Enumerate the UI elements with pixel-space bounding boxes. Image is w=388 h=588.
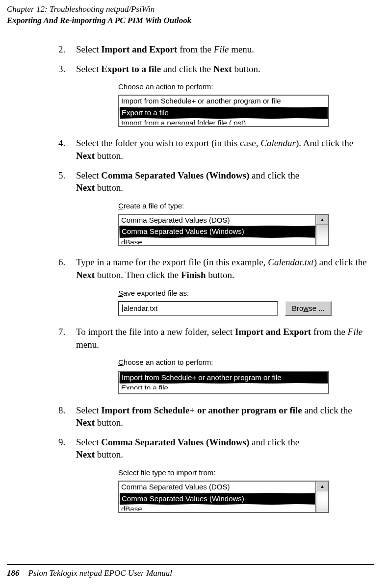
step-3: 3. Select Export to a file and click the… xyxy=(58,63,374,76)
running-header-chapter: Chapter 12: Troubleshooting netpad/PsiWi… xyxy=(7,4,374,15)
step-5: 5. Select Comma Separated Values (Window… xyxy=(58,169,374,194)
filename-input[interactable]: alendar.txt xyxy=(118,301,278,316)
step-number: 6. xyxy=(58,256,76,281)
step-number: 8. xyxy=(58,404,76,429)
listbox-label: Choose an action to perform: xyxy=(118,358,329,367)
step-text: Type in a name for the export file (in t… xyxy=(76,256,374,281)
step-text: Select Import and Export from the File m… xyxy=(76,43,374,56)
step-4: 4. Select the folder you wish to export … xyxy=(58,137,374,162)
list-item-selected[interactable]: Comma Separated Values (Windows) xyxy=(119,493,315,505)
list-item[interactable]: dBase xyxy=(119,505,315,511)
step-text: Select Export to a file and click the Ne… xyxy=(76,63,374,76)
figure-save-exported: Save exported file as: alendar.txt Brows… xyxy=(118,288,344,316)
figure-choose-action-export: Choose an action to perform: Import from… xyxy=(118,82,329,127)
step-9: 9. Select Comma Separated Values (Window… xyxy=(58,436,374,461)
action-listbox-import[interactable]: Import from Schedule+ or another program… xyxy=(118,371,329,394)
step-2: 2. Select Import and Export from the Fil… xyxy=(58,43,374,56)
list-item[interactable]: Export to a file xyxy=(119,383,328,389)
text-cursor-icon xyxy=(122,305,123,312)
step-number: 2. xyxy=(58,43,76,56)
step-number: 9. xyxy=(58,436,76,461)
list-item[interactable]: Import from a personal folder file (.pst… xyxy=(119,119,328,125)
step-8: 8. Select Import from Schedule+ or anoth… xyxy=(58,404,374,429)
scrollbar[interactable]: ▲ xyxy=(315,215,328,245)
list-item-selected[interactable]: Export to a file xyxy=(119,107,328,119)
list-item[interactable]: Comma Separated Values (DOS) xyxy=(119,482,315,492)
step-6: 6. Type in a name for the export file (i… xyxy=(58,256,374,281)
step-number: 5. xyxy=(58,169,76,194)
scroll-up-icon[interactable]: ▲ xyxy=(316,482,328,491)
step-text: Select Comma Separated Values (Windows) … xyxy=(76,436,374,461)
input-label: Save exported file as: xyxy=(118,288,344,298)
list-item[interactable]: Comma Separated Values (DOS) xyxy=(119,215,315,226)
figure-select-import-type: Select file type to import from: Comma S… xyxy=(118,468,329,513)
list-item-selected[interactable]: Comma Separated Values (Windows) xyxy=(119,226,315,237)
scroll-up-icon[interactable]: ▲ xyxy=(316,215,328,225)
scrollbar[interactable]: ▲ xyxy=(315,482,328,512)
step-text: Select Import from Schedule+ or another … xyxy=(76,404,374,429)
listbox-label: Create a file of type: xyxy=(118,201,329,211)
page-footer: 186Psion Teklogix netpad EPOC User Manua… xyxy=(7,564,374,579)
page-number: 186 xyxy=(7,568,20,578)
scroll-track[interactable] xyxy=(316,225,328,245)
browse-button[interactable]: Browse ... xyxy=(285,301,332,316)
book-title: Psion Teklogix netpad EPOC User Manual xyxy=(28,568,173,578)
running-header-section: Exporting And Re-importing A PC PIM With… xyxy=(7,15,374,26)
filetype-listbox[interactable]: Comma Separated Values (DOS) Comma Separ… xyxy=(118,214,329,246)
list-item-selected[interactable]: Import from Schedule+ or another program… xyxy=(119,372,328,383)
footer-rule xyxy=(7,564,374,565)
step-number: 3. xyxy=(58,63,76,76)
listbox-label: Choose an action to perform: xyxy=(118,82,329,92)
step-text: Select the folder you wish to export (in… xyxy=(76,137,374,162)
action-listbox[interactable]: Import from Schedule+ or another program… xyxy=(118,95,329,127)
filename-value: alendar.txt xyxy=(124,304,157,313)
step-text: Select Comma Separated Values (Windows) … xyxy=(76,169,374,194)
list-item[interactable]: dBase xyxy=(119,238,315,244)
step-number: 4. xyxy=(58,137,76,162)
figure-create-file-type: Create a file of type: Comma Separated V… xyxy=(118,201,329,246)
listbox-label: Select file type to import from: xyxy=(118,468,329,478)
manual-page: Chapter 12: Troubleshooting netpad/PsiWi… xyxy=(0,0,388,588)
step-text: To import the file into a new folder, se… xyxy=(76,326,374,351)
step-list: 2. Select Import and Export from the Fil… xyxy=(58,43,374,513)
import-type-listbox[interactable]: Comma Separated Values (DOS) Comma Separ… xyxy=(118,481,329,513)
scroll-track[interactable] xyxy=(316,491,328,512)
step-number: 7. xyxy=(58,326,76,351)
step-7: 7. To import the file into a new folder,… xyxy=(58,326,374,351)
list-item[interactable]: Import from Schedule+ or another program… xyxy=(119,96,328,106)
figure-choose-action-import: Choose an action to perform: Import from… xyxy=(118,358,329,394)
